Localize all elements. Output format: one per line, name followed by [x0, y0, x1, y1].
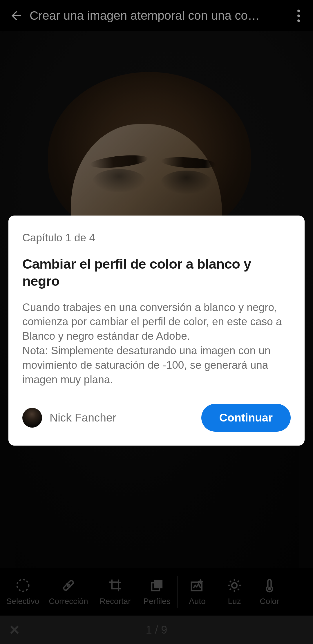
svg-line-16	[230, 589, 231, 590]
selective-icon	[15, 578, 31, 593]
auto-icon	[189, 578, 205, 593]
more-vertical-icon	[297, 10, 300, 12]
tutorial-card: Capítulo 1 de 4 Cambiar el perfil de col…	[8, 216, 305, 446]
arrow-left-icon	[9, 9, 23, 23]
tool-label: Recortar	[99, 597, 131, 606]
thermometer-icon	[262, 578, 277, 593]
close-icon	[8, 624, 21, 636]
page-title: Crear una imagen atemporal con una co…	[27, 9, 290, 23]
svg-line-15	[238, 589, 239, 590]
tool-label: Corrección	[49, 597, 88, 606]
close-tutorial-button[interactable]	[0, 616, 29, 644]
svg-line-17	[238, 581, 239, 582]
app-header: Crear una imagen atemporal con una co…	[0, 0, 313, 31]
svg-line-14	[230, 581, 231, 582]
svg-rect-1	[63, 580, 74, 591]
tool-healing[interactable]: Corrección	[44, 578, 93, 606]
tool-label: Selectivo	[6, 597, 39, 606]
edit-toolbar: Selectivo Corrección Recortar Perfiles A…	[0, 568, 313, 616]
svg-point-4	[68, 584, 70, 585]
svg-point-5	[67, 585, 68, 587]
svg-rect-7	[154, 580, 162, 588]
svg-point-9	[232, 583, 237, 588]
chapter-indicator: Capítulo 1 de 4	[22, 232, 291, 244]
author-name: Nick Fancher	[50, 411, 116, 424]
tool-label: Luz	[228, 597, 241, 606]
svg-point-2	[66, 583, 68, 585]
light-icon	[227, 578, 242, 593]
profiles-icon	[149, 578, 165, 593]
tutorial-title: Cambiar el perfil de color a blanco y ne…	[22, 256, 291, 290]
tool-light[interactable]: Luz	[216, 578, 252, 606]
tool-crop[interactable]: Recortar	[93, 578, 137, 606]
svg-point-0	[17, 579, 29, 591]
tool-color[interactable]: Color	[252, 578, 287, 606]
svg-point-18	[268, 587, 271, 590]
more-options-button[interactable]	[290, 5, 307, 26]
tutorial-body: Cuando trabajes en una conversión a blan…	[22, 300, 291, 387]
tool-label: Auto	[189, 597, 206, 606]
svg-point-3	[69, 586, 70, 587]
continue-button[interactable]: Continuar	[201, 404, 291, 432]
tool-label: Color	[260, 597, 279, 606]
crop-icon	[107, 578, 123, 593]
tool-auto[interactable]: Auto	[178, 578, 216, 606]
toolbar-divider	[177, 576, 178, 608]
tool-profiles[interactable]: Perfiles	[137, 578, 177, 606]
step-pager: 1 / 9	[29, 624, 313, 636]
app-screen: Crear una imagen atemporal con una co… C…	[0, 0, 313, 644]
bandage-icon	[61, 578, 76, 593]
tutorial-footer: Nick Fancher Continuar	[22, 404, 291, 432]
tool-label: Perfiles	[143, 597, 170, 606]
back-button[interactable]	[6, 5, 27, 26]
author-avatar	[22, 408, 42, 428]
tutorial-bottombar: 1 / 9	[0, 616, 313, 644]
tool-selective[interactable]: Selectivo	[2, 578, 44, 606]
